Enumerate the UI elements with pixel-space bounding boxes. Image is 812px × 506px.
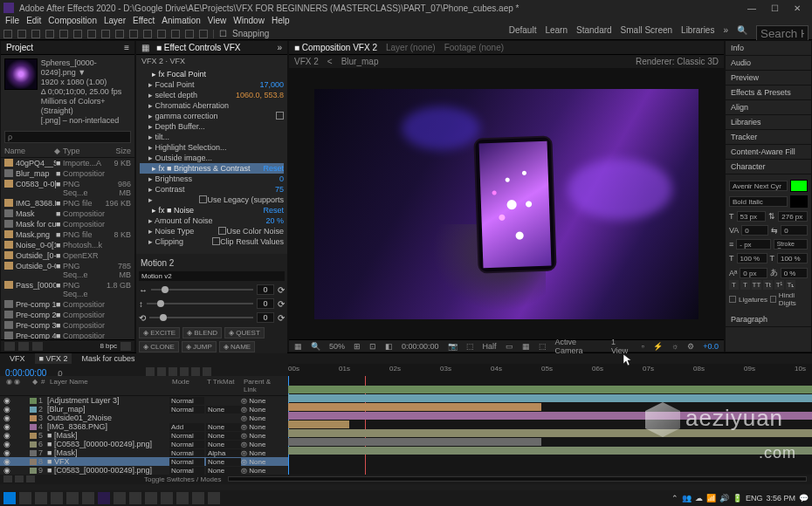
- project-tab[interactable]: Project: [6, 43, 33, 52]
- track-5[interactable]: [288, 421, 349, 428]
- motion-blur-button[interactable]: [169, 367, 177, 376]
- project-item[interactable]: Noise_0-0[149].png■Photosh...k: [1, 240, 134, 250]
- caps-button[interactable]: TT: [752, 280, 761, 290]
- fx-tab[interactable]: ■ Effect Controls VFX: [156, 43, 240, 52]
- bold-button[interactable]: T: [729, 280, 739, 290]
- footage-thumbnail[interactable]: [4, 58, 38, 90]
- project-item[interactable]: IMG_8368.PNG■PNG file196 KB: [1, 198, 134, 209]
- menu-help[interactable]: Help: [272, 16, 290, 28]
- panel-tracker[interactable]: Tracker: [726, 130, 811, 145]
- zoom-select[interactable]: 50%: [327, 342, 347, 351]
- menu-file[interactable]: File: [5, 16, 19, 28]
- mask-button[interactable]: ◧: [383, 342, 395, 351]
- fast-button[interactable]: ⚡: [651, 342, 664, 351]
- res-button[interactable]: ⊞: [352, 342, 362, 351]
- fx-property[interactable]: ▸ fx Focal Point: [140, 69, 284, 79]
- layer-row[interactable]: ◉2[Blur_map]NormalNone◎ None: [0, 405, 288, 414]
- panel-audio[interactable]: Audio: [726, 56, 811, 71]
- motion-loop-x[interactable]: ⟳: [278, 285, 285, 295]
- track-7[interactable]: [288, 438, 541, 446]
- col-layer-name[interactable]: Layer Name: [47, 378, 169, 393]
- crumb-1[interactable]: VFX 2: [294, 57, 319, 66]
- interpret-button[interactable]: [4, 342, 15, 351]
- fx-property[interactable]: ▸ Outside image...: [140, 153, 284, 163]
- draft3d-button[interactable]: [191, 367, 200, 376]
- col-mode[interactable]: Mode: [169, 378, 204, 393]
- project-item[interactable]: Outside_[0-0249].exr■OpenEXR: [1, 250, 134, 261]
- col-size[interactable]: Size: [105, 147, 131, 155]
- tray-time[interactable]: 3:56 PM: [766, 494, 795, 503]
- project-search-input[interactable]: [4, 131, 131, 143]
- project-item[interactable]: Mask.png■PNG file8 KB: [1, 229, 134, 240]
- menu-animation[interactable]: Animation: [162, 16, 200, 28]
- fx-more[interactable]: »: [277, 43, 282, 52]
- panel-preview[interactable]: Preview: [726, 71, 811, 85]
- roto-tool[interactable]: [185, 30, 194, 38]
- app-button-2[interactable]: [129, 492, 141, 504]
- anchor-tool[interactable]: [87, 30, 96, 38]
- timecode[interactable]: 0;00;00;00 ρ: [0, 364, 288, 376]
- fx-property[interactable]: ▸ select depth1060.0, 553.8: [140, 90, 284, 100]
- clone-tool[interactable]: [157, 30, 166, 38]
- app-button-5[interactable]: [176, 492, 189, 504]
- motion-preset-button[interactable]: ◈ CLONE: [139, 341, 179, 352]
- fx-property[interactable]: ▸ fx ■ NoiseReset: [140, 205, 284, 215]
- col-label-icon[interactable]: ◆: [54, 147, 63, 155]
- fx-property[interactable]: ▸ Brightness0: [140, 174, 284, 184]
- grid-button[interactable]: ⊡: [368, 342, 378, 351]
- shape-tool[interactable]: [101, 30, 110, 38]
- layer-row[interactable]: ◉3Outside01_2Noise◎ None: [0, 414, 288, 422]
- project-item[interactable]: Pre-comp 1■Composition: [1, 299, 134, 310]
- zoom-tool[interactable]: [45, 30, 54, 38]
- minimize-button[interactable]: —: [740, 3, 763, 13]
- project-item[interactable]: Outside_0-0[249].png■PNG Seq...e785 MB: [1, 261, 134, 280]
- selection-tool[interactable]: [17, 30, 26, 38]
- comp-tab[interactable]: ■ Composition VFX 2: [294, 43, 377, 52]
- exposure-button[interactable]: ⚙: [685, 342, 696, 351]
- color-button[interactable]: ☼: [670, 342, 680, 351]
- fx-property[interactable]: ▸ Amount of Noise20 %: [140, 215, 284, 226]
- tray-wifi-icon[interactable]: 📶: [706, 494, 716, 503]
- smallcaps-button[interactable]: Tt: [763, 280, 773, 290]
- fx-property[interactable]: ▸ fx ■ Brightness & ContrastReset: [140, 163, 284, 174]
- close-button[interactable]: ✕: [786, 3, 809, 13]
- font-select[interactable]: Avenir Next Cyr: [729, 181, 788, 191]
- viewport[interactable]: [289, 68, 724, 339]
- track-4[interactable]: [288, 412, 812, 420]
- track-area[interactable]: [288, 376, 812, 475]
- app-button-7[interactable]: [208, 492, 220, 504]
- motion-loop-r[interactable]: ⟳: [278, 313, 285, 323]
- project-item[interactable]: Pre-comp 3■Composition: [1, 320, 134, 331]
- panel-effects-presets[interactable]: Effects & Presets: [726, 85, 811, 100]
- col-name[interactable]: Name: [4, 147, 54, 155]
- layer-row[interactable]: ◉6■ [C0583_[00000-00249].png]NormalNone◎…: [0, 440, 288, 448]
- eraser-tool[interactable]: [171, 30, 180, 38]
- tray-volume-icon[interactable]: 🔊: [719, 494, 729, 503]
- tray-notif-icon[interactable]: 💬: [799, 494, 809, 503]
- pen-tool[interactable]: [115, 30, 124, 38]
- fa-tab-icon[interactable]: ▦: [141, 43, 149, 52]
- style-select[interactable]: Bold Italic: [729, 196, 788, 207]
- layer-tab[interactable]: Layer (none): [386, 43, 436, 52]
- motion-slider-x[interactable]: [151, 289, 253, 291]
- layer-row[interactable]: ◉1[Adjustment Layer 3]Normal◎ None: [0, 396, 288, 405]
- col-type[interactable]: Type: [63, 147, 105, 155]
- camera-select[interactable]: Active Camera: [554, 338, 604, 355]
- snapshot-button[interactable]: 📷: [446, 342, 459, 351]
- fx-property[interactable]: ▸ Noise Type Use Color Noise: [140, 226, 284, 236]
- menu-view[interactable]: View: [208, 16, 227, 28]
- motion-val-y[interactable]: 0: [257, 298, 274, 309]
- col-parent[interactable]: Parent & Link: [241, 378, 285, 393]
- fx-property[interactable]: ▸ tilt...: [140, 132, 284, 142]
- footage-tab[interactable]: Footage (none): [444, 43, 504, 52]
- hscale[interactable]: 100 %: [777, 253, 808, 263]
- menu-edit[interactable]: Edit: [26, 16, 41, 28]
- kerning[interactable]: 0: [741, 225, 768, 236]
- app-button-3[interactable]: [145, 492, 157, 504]
- tray-lang[interactable]: ENG: [746, 494, 763, 503]
- ae-button[interactable]: [98, 492, 110, 504]
- project-item[interactable]: Pre-comp 2■Composition: [1, 310, 134, 320]
- text-tool[interactable]: [129, 30, 138, 38]
- motion-slider-r[interactable]: [149, 317, 253, 318]
- stroke-width[interactable]: - px: [736, 239, 770, 250]
